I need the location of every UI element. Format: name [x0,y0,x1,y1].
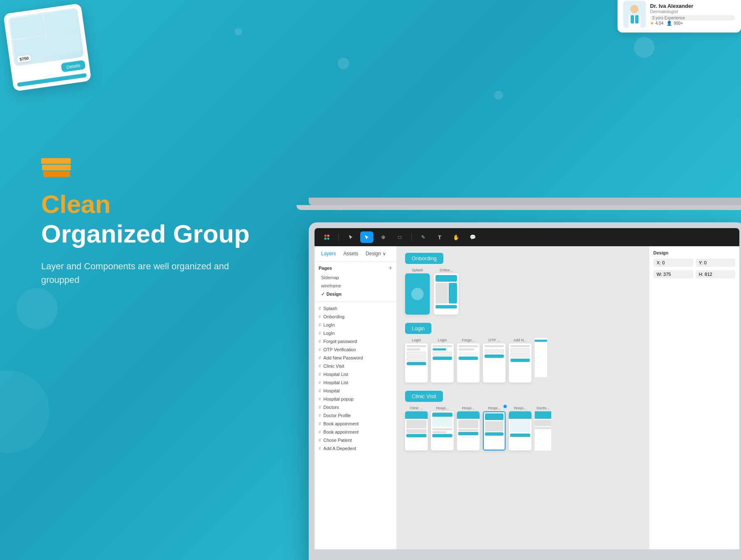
layer-name-chose-patient: Chose Patient [324,438,392,443]
layer-otp[interactable]: # OTP Verification [315,345,396,354]
layer-doctors[interactable]: # Doctors [315,403,396,411]
hospi-3-label: Hospi... [488,406,501,410]
clinic-visit-section-btn[interactable]: Clinic Visit [405,391,443,402]
hospi-4-label: Hospi... [514,406,527,410]
hospi-1-thumb[interactable] [431,411,454,450]
hand-tool[interactable]: ✋ [450,231,463,243]
svg-rect-7 [324,238,326,240]
doctor-avatar-image-1 [623,1,646,28]
comment-tool[interactable]: 💬 [466,231,479,243]
tab-design[interactable]: Design ∨ [363,250,389,258]
layer-chose-patient[interactable]: # Chose Patient [315,436,396,444]
layer-book-1[interactable]: # Book appoinment [315,420,396,428]
select-tool[interactable] [360,231,373,243]
decorative-circle-3 [494,91,503,100]
layer-name-hospital-popup: Hospital popup [324,397,392,401]
docto-thumb[interactable] [535,411,551,450]
hospi-2-thumb[interactable] [457,411,480,450]
page-item-sidemap[interactable]: Sidemap [319,274,392,281]
layer-onbording[interactable]: # Onbording [315,313,396,321]
svg-rect-2 [629,15,641,28]
w-input[interactable]: W: 375 [653,270,693,278]
doctor-spec-1: Dermatologist [650,9,735,14]
x-input[interactable]: X: 0 [653,259,693,267]
page-item-design[interactable]: Design [319,290,392,298]
frame-controls: X: 0 Y: 0 [653,259,735,267]
h-input[interactable]: H: 812 [696,270,736,278]
tab-assets[interactable]: Assets [341,250,361,258]
hash-icon: # [319,323,321,327]
login-2-container: Login [431,338,454,383]
login-1-container: Login [405,338,428,383]
clinic-1-thumb[interactable] [405,411,428,450]
layer-splash[interactable]: # Splash [315,304,396,313]
text-tool[interactable]: T [433,231,446,243]
layer-hospital-list-2[interactable]: # Hospital List [315,378,396,387]
move-tool[interactable] [344,231,357,243]
onboarding-section-btn[interactable]: Onbording [405,253,443,264]
layer-add-depedent[interactable]: # Add A Depedent [315,444,396,453]
layer-name-otp: OTP Verification [324,347,392,352]
layer-name-hospital-list-2: Hospital List [324,380,392,385]
toolbar-separator-1 [338,233,339,241]
hospi-4-thumb[interactable] [509,411,531,450]
hospi-1-label: Hospi... [436,406,449,410]
onboarding-thumb-label: Onbor... [440,268,453,272]
login-1-thumb[interactable] [405,343,428,383]
hash-icon: # [319,389,321,393]
layer-name-hospital: Hospital [324,388,392,393]
layer-hospital-list-1[interactable]: # Hospital List [315,370,396,378]
layer-forgot-password[interactable]: # Forgot password [315,337,396,345]
layer-login-1[interactable]: # LogIn [315,321,396,329]
hash-icon: # [319,306,321,311]
hospi-4-container: Hospi... [509,406,531,450]
pages-add-button[interactable]: + [389,265,392,271]
frame-tool[interactable]: ⊕ [377,231,390,243]
patient-count: 900+ [673,21,683,26]
shape-tool[interactable]: □ [393,231,406,243]
layer-name-doctor-profile: Doctor Profile [324,413,392,418]
splash-label: Splash [412,268,423,272]
y-input[interactable]: Y: 0 [696,259,736,267]
layer-clinic-visit[interactable]: # Clinic Visit [315,362,396,370]
layer-book-2[interactable]: # Book appoinment [315,428,396,436]
otp-thumb[interactable] [483,343,506,383]
hash-icon: # [319,372,321,377]
layer-hospital-popup[interactable]: # Hospital popup [315,395,396,403]
layer-name-doctors: Doctors [324,405,392,410]
forgot-thumb[interactable] [457,343,480,383]
layer-add-new-password[interactable]: # Add New Password [315,354,396,362]
layer-login-2[interactable]: # LogIn [315,329,396,337]
doctor-rating-1: ★ 4.04 [650,21,663,26]
decorative-circle-2 [338,58,349,69]
page-item-wireframe[interactable]: wireframe [319,282,392,289]
hash-icon: # [319,315,321,319]
figma-logo-icon[interactable] [320,231,333,243]
tab-layers[interactable]: Layers [319,250,338,258]
hash-icon: # [319,413,321,418]
svg-rect-6 [327,235,329,237]
logo-layer-top [41,158,71,164]
login-screens-row: Login [405,338,645,383]
splash-screen-thumb[interactable] [405,273,430,315]
onboarding-screen-thumb[interactable] [434,273,459,315]
pen-tool[interactable]: ✎ [417,231,430,243]
addpassword-label: Add N... [513,338,527,342]
doctor-stats-1: ★ 4.04 👤 900+ [650,21,735,26]
hash-icon: # [319,438,321,443]
hash-icon: # [319,339,321,344]
otp-container: OTP ... [483,338,506,383]
login-section-btn[interactable]: Login [405,323,431,334]
hospi-3-thumb[interactable] [483,411,506,450]
figma-canvas: Onbording Splash [397,246,649,549]
login-2-thumb[interactable] [431,343,454,383]
laptop-container: ⊕ □ ✎ T ✋ 💬 Layers Assets Design ∨ [296,198,741,560]
layer-name-add-depedent: Add A Depedent [324,446,392,451]
hash-icon: # [319,446,321,451]
layer-hospital[interactable]: # Hospital [315,387,396,395]
clinic-1-label: Clinic ... [410,406,423,410]
layer-doctor-profile[interactable]: # Doctor Profile [315,411,396,420]
addpassword-thumb[interactable] [509,343,531,383]
subtext: Layer and Components are well organized … [41,259,247,287]
layer-name-login-1: LogIn [324,322,392,327]
